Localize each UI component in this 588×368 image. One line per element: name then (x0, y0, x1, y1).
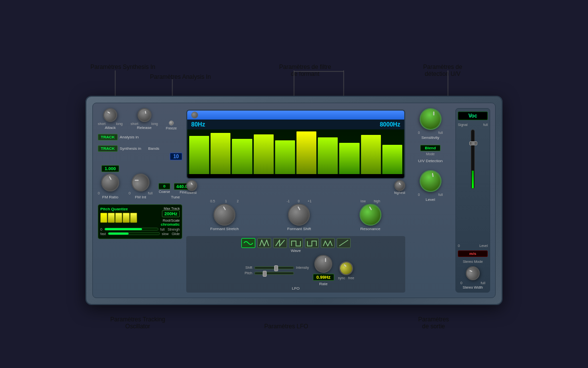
root-scale-value: chromatic (161, 222, 180, 227)
level-full: full (439, 193, 443, 196)
formant-shift-knob[interactable] (288, 204, 310, 226)
level-label: Level (426, 197, 435, 202)
res-high: high (373, 199, 380, 203)
output-panel: Voc Signal full 0 Level (455, 108, 490, 293)
pitch-label: Pitch (237, 271, 252, 275)
fast-label: fast (100, 232, 106, 236)
formant-shift-label: Formant Shift (287, 227, 311, 231)
wave-label: Wave (189, 248, 402, 253)
wave-saw-up-btn[interactable] (273, 238, 287, 248)
left-panel: short long Attack short long Release (98, 108, 182, 293)
sync-free-knob[interactable] (337, 259, 355, 277)
formant-display: 80Hz 8000Hz (186, 110, 405, 179)
max-track-value: 200Hz (162, 210, 180, 217)
stretch-range-min: 0.5 (210, 199, 215, 203)
stereo-width-knob[interactable] (463, 263, 482, 283)
freeze-label: Freeze (166, 126, 177, 130)
lfo-rate-label: Rate (319, 282, 328, 286)
wave-sq-down-btn[interactable] (305, 238, 319, 248)
fm-ratio-value-display: 1.000 (101, 165, 119, 172)
full-label: full (160, 228, 165, 231)
piano-key-4[interactable] (123, 213, 130, 223)
fine-label: Fine (180, 190, 187, 194)
attack-short-label: short (98, 122, 106, 125)
ms-display[interactable]: m/s (458, 250, 488, 257)
free-label: free (348, 276, 354, 280)
max-track-label: Max Track (164, 207, 180, 210)
stretch-zero: 1 (225, 199, 227, 203)
stereo-full: full (481, 281, 485, 285)
annotation-uv-detection: Paramètres dedétection U/V (423, 63, 462, 77)
piano-key-5[interactable] (130, 213, 137, 223)
strength-slider[interactable] (104, 228, 158, 231)
zero-label: 0 (100, 228, 102, 231)
release-knob[interactable] (136, 106, 153, 124)
lfo-rate-display: 0.99Hz (313, 274, 334, 281)
wave-tri2-btn[interactable] (321, 238, 335, 248)
voc-display: Voc (458, 112, 488, 120)
glide-slider[interactable] (108, 232, 159, 235)
piano-key-1[interactable] (100, 213, 107, 223)
sensitivity-label: Sensitivity (421, 135, 439, 140)
wave-ramp-btn[interactable] (337, 238, 351, 248)
formant-stretch-knob[interactable] (214, 204, 235, 226)
lowest-label: lowest (187, 191, 197, 194)
sync-label: sync (338, 276, 345, 280)
signal-full: full (483, 123, 488, 126)
track-analysis-button[interactable]: Track (98, 134, 118, 140)
uv-level-knob[interactable] (416, 167, 444, 194)
fm-ratio-label: FM Ratio (102, 195, 118, 199)
stereo-width-label: Stereo Width (463, 286, 483, 289)
fm-int-label: FM Int (135, 195, 147, 199)
attack-label: Attack (105, 125, 116, 130)
blend-mode-display[interactable]: Blend (420, 145, 440, 151)
shift-slider[interactable] (254, 266, 294, 269)
signal-label: Signal (458, 123, 467, 126)
strength-label: Strengh (167, 228, 180, 231)
shift-label: Shift (237, 266, 252, 269)
plugin-body: short long Attack short long Release (85, 96, 503, 305)
signal-slider-track[interactable] (471, 129, 475, 189)
level-zero-label: 0 (458, 244, 460, 247)
tune-label: Tune (171, 195, 180, 199)
intensity-label: Intensity (296, 266, 309, 269)
lfo-section: Wave Shift Intensity (186, 236, 405, 293)
resonance-knob[interactable] (360, 204, 381, 226)
annotation-sortie: Paramètresde sortie (418, 316, 449, 330)
release-short-label: short (131, 122, 139, 125)
pitch-quantize-title: Pitch Quantize (100, 207, 137, 211)
freeze-indicator (169, 121, 174, 125)
bands-value-display: 10 (170, 153, 182, 160)
res-low: low (361, 199, 366, 203)
formant-stretch-label: Formant Stretch (210, 227, 238, 231)
sensitivity-full: full (439, 131, 443, 134)
freq-low-label: 80Hz (191, 121, 205, 128)
mode-label: Mode (426, 152, 435, 156)
wave-sine-btn[interactable] (241, 238, 255, 248)
uv-detection-label: U/V Detection (409, 159, 451, 163)
wave-tri-btn[interactable] (257, 238, 271, 248)
fm-ratio-knob[interactable] (101, 174, 119, 191)
stereo-zero: 0 (460, 281, 462, 285)
sensitivity-knob[interactable] (415, 104, 445, 133)
pitch-quantize-section: Pitch Quantize Max Track (98, 204, 182, 239)
level-output-label: Level (479, 244, 488, 247)
stereo-mode-label: Stereo Mode (458, 260, 488, 263)
annotation-synthesis-in: Paramètres Synthesis In (90, 63, 155, 70)
uv-detection-panel: 0 full Sensitivity Blend Mode U/V Detect… (409, 108, 451, 293)
annotation-analysis-in: Paramètres Analysis In (150, 73, 211, 80)
shift-range-min: -1 (287, 199, 290, 203)
wave-square-btn[interactable] (289, 238, 303, 248)
track-synthesis-button[interactable]: Track (98, 145, 118, 152)
glide-label: Glide (172, 232, 180, 236)
piano-key-2[interactable] (108, 213, 115, 223)
highest-knob[interactable] (394, 180, 405, 191)
annotation-formant-filter: Paramètres de filtrede formant (279, 63, 331, 77)
lowest-knob[interactable] (186, 180, 197, 191)
lfo-rate-knob[interactable] (311, 251, 336, 276)
piano-key-3[interactable] (115, 213, 122, 223)
shift-range-max: +1 (307, 199, 311, 203)
annotation-lfo-bottom: Paramètres LFO (264, 323, 308, 330)
annotation-tracking-oscillator: Paramètres TrackingOscillator (110, 316, 165, 330)
pitch-slider[interactable] (254, 272, 294, 275)
